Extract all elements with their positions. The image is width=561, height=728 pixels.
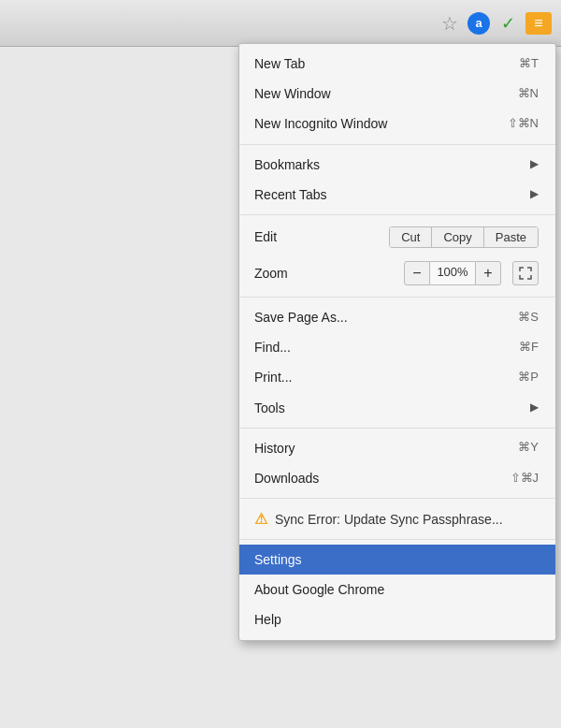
menu-item-recent-tabs[interactable]: Recent Tabs ▶ [239, 180, 555, 210]
find-shortcut: ⌘F [519, 340, 539, 356]
menu-item-new-tab[interactable]: New Tab ⌘T [239, 49, 555, 79]
new-tab-label: New Tab [254, 55, 305, 72]
menu-item-save-page[interactable]: Save Page As... ⌘S [239, 302, 555, 332]
avatar-icon[interactable]: a [468, 12, 490, 35]
menu-item-bookmarks[interactable]: Bookmarks ▶ [239, 150, 555, 180]
about-chrome-label: About Google Chrome [254, 581, 384, 598]
zoom-controls-group: − 100% + [404, 261, 539, 285]
menu-item-find[interactable]: Find... ⌘F [239, 332, 555, 362]
copy-button[interactable]: Copy [432, 227, 483, 247]
help-label: Help [254, 611, 281, 628]
menu-item-print[interactable]: Print... ⌘P [239, 362, 555, 392]
check-icon[interactable]: ✓ [496, 11, 520, 36]
menu-item-downloads[interactable]: Downloads ⇧⌘J [239, 463, 555, 493]
new-window-label: New Window [254, 85, 331, 102]
menu-item-settings[interactable]: Settings [239, 545, 555, 575]
menu-section-chrome: Settings About Google Chrome Help [239, 540, 555, 640]
menu-item-about-chrome[interactable]: About Google Chrome [239, 575, 555, 604]
menu-section-sync: ⚠ Sync Error: Update Sync Passphrase... [239, 499, 555, 540]
print-label: Print... [254, 369, 292, 386]
recent-tabs-label: Recent Tabs [254, 186, 327, 203]
zoom-plus-button[interactable]: + [475, 261, 501, 285]
settings-label: Settings [254, 551, 302, 568]
downloads-label: Downloads [254, 470, 319, 487]
menu-item-new-incognito-window[interactable]: New Incognito Window ⇧⌘N [239, 109, 555, 138]
save-page-label: Save Page As... [254, 309, 348, 326]
star-icon[interactable]: ☆ [438, 11, 462, 36]
zoom-value-display: 100% [430, 261, 475, 285]
paste-button[interactable]: Paste [484, 227, 538, 247]
edit-label: Edit [254, 228, 277, 245]
save-page-shortcut: ⌘S [518, 310, 539, 326]
print-shortcut: ⌘P [518, 370, 539, 386]
menu-section-bookmarks: Bookmarks ▶ Recent Tabs ▶ [239, 145, 555, 215]
menu-section-page: Save Page As... ⌘S Find... ⌘F Print... ⌘… [239, 298, 555, 429]
fullscreen-button[interactable] [512, 261, 539, 285]
bookmarks-arrow: ▶ [530, 157, 539, 172]
menu-icon[interactable]: ≡ [525, 12, 552, 35]
zoom-label: Zoom [254, 265, 288, 282]
new-incognito-label: New Incognito Window [254, 115, 387, 132]
bookmarks-label: Bookmarks [254, 156, 320, 173]
menu-section-edit-zoom: Edit Cut Copy Paste Zoom − 100% + [239, 215, 555, 298]
zoom-stepper: − 100% + [404, 261, 501, 285]
menu-item-history[interactable]: History ⌘Y [239, 433, 555, 463]
tools-label: Tools [254, 400, 285, 416]
tools-arrow: ▶ [530, 400, 539, 415]
menu-item-new-window[interactable]: New Window ⌘N [239, 79, 555, 109]
sync-warning-icon: ⚠ [254, 510, 267, 528]
zoom-minus-button[interactable]: − [404, 261, 430, 285]
menu-item-tools[interactable]: Tools ▶ [239, 393, 555, 423]
new-window-shortcut: ⌘N [518, 86, 539, 102]
downloads-shortcut: ⇧⌘J [511, 471, 539, 487]
menu-item-edit: Edit Cut Copy Paste [239, 220, 555, 255]
find-label: Find... [254, 339, 291, 356]
menu-section-navigation: New Tab ⌘T New Window ⌘N New Incognito W… [239, 44, 555, 145]
new-tab-shortcut: ⌘T [519, 56, 539, 72]
recent-tabs-arrow: ▶ [530, 187, 539, 202]
cut-button[interactable]: Cut [390, 227, 432, 247]
history-shortcut: ⌘Y [518, 440, 539, 456]
browser-toolbar: ☆ a ✓ ≡ [0, 0, 561, 47]
new-incognito-shortcut: ⇧⌘N [508, 116, 539, 132]
menu-item-sync-error[interactable]: ⚠ Sync Error: Update Sync Passphrase... [239, 503, 555, 534]
menu-section-history: History ⌘Y Downloads ⇧⌘J [239, 429, 555, 499]
chrome-menu: New Tab ⌘T New Window ⌘N New Incognito W… [238, 43, 556, 641]
history-label: History [254, 440, 295, 457]
sync-error-text: Sync Error: Update Sync Passphrase... [275, 512, 503, 527]
edit-buttons-group: Cut Copy Paste [389, 226, 539, 248]
menu-item-help[interactable]: Help [239, 604, 555, 634]
menu-item-zoom: Zoom − 100% + [239, 255, 555, 292]
